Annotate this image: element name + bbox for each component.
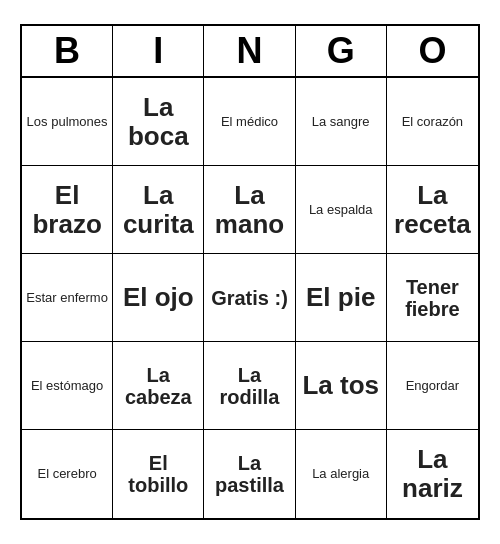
bingo-cell[interactable]: El brazo bbox=[22, 166, 113, 254]
cell-label: El estómago bbox=[31, 378, 103, 394]
bingo-cell[interactable]: La receta bbox=[387, 166, 478, 254]
bingo-cell[interactable]: La pastilla bbox=[204, 430, 295, 518]
bingo-cell[interactable]: La curita bbox=[113, 166, 204, 254]
cell-label: Tener fiebre bbox=[390, 276, 475, 320]
bingo-cell[interactable]: La tos bbox=[296, 342, 387, 430]
cell-label: La cabeza bbox=[116, 364, 200, 408]
bingo-cell[interactable]: El tobillo bbox=[113, 430, 204, 518]
bingo-cell[interactable]: Gratis :) bbox=[204, 254, 295, 342]
cell-label: La espalda bbox=[309, 202, 373, 218]
bingo-cell[interactable]: Estar enfermo bbox=[22, 254, 113, 342]
bingo-cell[interactable]: La mano bbox=[204, 166, 295, 254]
cell-label: Gratis :) bbox=[211, 287, 288, 309]
header-letter: O bbox=[387, 26, 478, 76]
cell-label: El médico bbox=[221, 114, 278, 130]
cell-label: La sangre bbox=[312, 114, 370, 130]
cell-label: El corazón bbox=[402, 114, 463, 130]
cell-label: La alergia bbox=[312, 466, 369, 482]
bingo-cell[interactable]: La nariz bbox=[387, 430, 478, 518]
header-letter: I bbox=[113, 26, 204, 76]
bingo-cell[interactable]: La sangre bbox=[296, 78, 387, 166]
bingo-cell[interactable]: Los pulmones bbox=[22, 78, 113, 166]
bingo-card: BINGO Los pulmonesLa bocaEl médicoLa san… bbox=[20, 24, 480, 520]
cell-label: La mano bbox=[207, 181, 291, 238]
cell-label: La curita bbox=[116, 181, 200, 238]
cell-label: El tobillo bbox=[116, 452, 200, 496]
cell-label: El ojo bbox=[123, 283, 194, 312]
cell-label: Estar enfermo bbox=[26, 290, 108, 306]
cell-label: El brazo bbox=[25, 181, 109, 238]
cell-label: La nariz bbox=[390, 445, 475, 502]
bingo-cell[interactable]: La espalda bbox=[296, 166, 387, 254]
cell-label: Los pulmones bbox=[27, 114, 108, 130]
bingo-cell[interactable]: El estómago bbox=[22, 342, 113, 430]
bingo-cell[interactable]: Engordar bbox=[387, 342, 478, 430]
cell-label: Engordar bbox=[406, 378, 459, 394]
header-letter: B bbox=[22, 26, 113, 76]
header-letter: G bbox=[296, 26, 387, 76]
bingo-cell[interactable]: La alergia bbox=[296, 430, 387, 518]
bingo-grid: Los pulmonesLa bocaEl médicoLa sangreEl … bbox=[22, 78, 478, 518]
bingo-cell[interactable]: La boca bbox=[113, 78, 204, 166]
header-letter: N bbox=[204, 26, 295, 76]
bingo-cell[interactable]: Tener fiebre bbox=[387, 254, 478, 342]
bingo-cell[interactable]: La cabeza bbox=[113, 342, 204, 430]
bingo-cell[interactable]: El pie bbox=[296, 254, 387, 342]
cell-label: La pastilla bbox=[207, 452, 291, 496]
bingo-cell[interactable]: El ojo bbox=[113, 254, 204, 342]
cell-label: El pie bbox=[306, 283, 375, 312]
bingo-cell[interactable]: El corazón bbox=[387, 78, 478, 166]
bingo-cell[interactable]: El cerebro bbox=[22, 430, 113, 518]
bingo-header: BINGO bbox=[22, 26, 478, 78]
cell-label: La boca bbox=[116, 93, 200, 150]
cell-label: La receta bbox=[390, 181, 475, 238]
cell-label: La tos bbox=[302, 371, 379, 400]
bingo-cell[interactable]: El médico bbox=[204, 78, 295, 166]
cell-label: La rodilla bbox=[207, 364, 291, 408]
cell-label: El cerebro bbox=[37, 466, 96, 482]
bingo-cell[interactable]: La rodilla bbox=[204, 342, 295, 430]
